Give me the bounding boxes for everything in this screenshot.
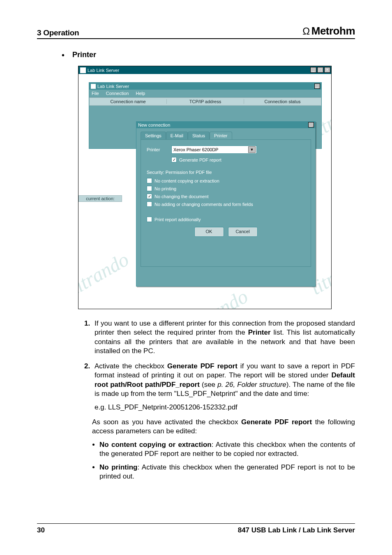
column-connection-name[interactable]: Connection name bbox=[90, 99, 167, 104]
printer-select-value: Xerox Phaser 6200DP bbox=[173, 147, 218, 152]
page-number: 30 bbox=[37, 526, 45, 534]
menubar: File Connection Help bbox=[89, 90, 321, 97]
security-heading: Security: Permission for PDF file bbox=[147, 170, 305, 175]
close-button[interactable]: × bbox=[324, 67, 330, 73]
outer-window-title: Lab Link Server bbox=[88, 68, 119, 73]
ok-button[interactable]: OK bbox=[194, 227, 224, 237]
chevron-down-icon[interactable]: ▼ bbox=[248, 146, 256, 153]
minimize-button[interactable]: _ bbox=[310, 67, 316, 73]
new-connection-dialog: New connection _ Settings E-Mail Status … bbox=[136, 121, 316, 287]
list-item: Activate the checkbox Generate PDF repor… bbox=[92, 362, 355, 412]
checkbox-no-copy[interactable] bbox=[147, 178, 152, 183]
body-text: If you want to use a different printer f… bbox=[81, 319, 355, 481]
table-header: Connection name TCP/IP address Connectio… bbox=[89, 97, 321, 106]
section-heading: 3 Operation bbox=[37, 28, 79, 37]
no-copy-label: No content copying or extraction bbox=[154, 178, 219, 183]
brand-symbol-icon: Ω bbox=[302, 25, 309, 37]
tab-status[interactable]: Status bbox=[188, 132, 210, 139]
no-comments-label: No adding or changing comments and form … bbox=[154, 202, 253, 207]
menu-file[interactable]: File bbox=[92, 91, 99, 96]
checkbox-no-comments[interactable] bbox=[147, 201, 152, 207]
checkbox-no-print[interactable] bbox=[147, 186, 152, 191]
printer-label: Printer bbox=[147, 147, 171, 152]
inner-window-titlebar[interactable]: Lab Link Server _ bbox=[89, 83, 321, 90]
tab-settings[interactable]: Settings bbox=[141, 132, 166, 139]
tab-email[interactable]: E-Mail bbox=[166, 132, 188, 139]
tab-bar: Settings E-Mail Status Printer bbox=[141, 132, 311, 139]
example-line: e.g. LLS_PDF_Netprint-20051206-152332.pd… bbox=[95, 403, 355, 412]
tab-printer[interactable]: Printer bbox=[210, 132, 232, 139]
minimize-button[interactable]: _ bbox=[314, 83, 320, 89]
column-tcpip-address[interactable]: TCP/IP address bbox=[167, 99, 244, 104]
menu-connection[interactable]: Connection bbox=[106, 91, 129, 96]
list-item: No printing: Activate this checkbox when… bbox=[99, 463, 355, 481]
generate-pdf-label: Generate PDF report bbox=[179, 157, 221, 162]
app-icon bbox=[80, 67, 86, 73]
no-change-label: No changing the document bbox=[154, 194, 208, 199]
list-item: If you want to use a different printer f… bbox=[92, 319, 355, 356]
print-additional-label: Print report additionally bbox=[154, 217, 201, 222]
dialog-titlebar[interactable]: New connection _ bbox=[136, 122, 315, 128]
minimize-button[interactable]: _ bbox=[308, 122, 314, 127]
brand-logo: Ω Metrohm bbox=[302, 25, 355, 37]
bullet-icon: • bbox=[62, 51, 65, 60]
watermark-text: titrando bbox=[185, 285, 251, 309]
bullet-label: Printer bbox=[72, 51, 96, 59]
dialog-title: New connection bbox=[138, 123, 170, 127]
brand-name: Metrohm bbox=[311, 25, 355, 37]
product-name: 847 USB Lab Link / Lab Link Server bbox=[238, 526, 355, 534]
no-print-label: No printing bbox=[154, 186, 176, 191]
column-connection-status[interactable]: Connection status bbox=[244, 99, 321, 104]
inner-window-title: Lab Link Server bbox=[97, 84, 129, 89]
bullet-printer: • Printer bbox=[62, 51, 355, 60]
screenshot: Lab Link Server _ □ × titrando titrando … bbox=[78, 66, 332, 309]
maximize-button[interactable]: □ bbox=[317, 67, 323, 73]
list-item: No content copying or extraction: Activa… bbox=[99, 440, 355, 459]
outer-window-titlebar[interactable]: Lab Link Server _ □ × bbox=[78, 66, 331, 74]
cancel-button[interactable]: Cancel bbox=[228, 227, 258, 237]
current-action-label: current action: bbox=[78, 195, 122, 202]
tab-panel-printer: Printer Xerox Phaser 6200DP ▼ ✓ Generate… bbox=[141, 139, 311, 267]
checkbox-print-additional[interactable] bbox=[147, 217, 152, 222]
menu-help[interactable]: Help bbox=[136, 91, 145, 96]
checkbox-no-change[interactable]: ✓ bbox=[147, 194, 152, 199]
watermark-text: titrando bbox=[78, 248, 132, 299]
app-icon bbox=[91, 84, 96, 89]
checkbox-generate-pdf[interactable]: ✓ bbox=[171, 157, 177, 162]
printer-select[interactable]: Xerox Phaser 6200DP ▼ bbox=[171, 146, 257, 154]
